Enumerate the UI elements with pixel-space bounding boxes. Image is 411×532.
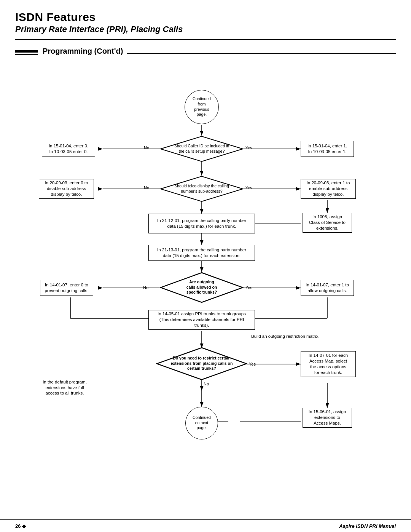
sub-addr-label: Should telco display the callingnumber's… [173,182,231,195]
bar-thick [15,50,38,53]
assign-ext-box: In 15-06-01, assignextensions toAccess M… [303,408,352,428]
yes-outgoing-box: In 14-01-07, enter 1 toallow outgoing ca… [301,280,354,296]
restrict-diamond: Do you need to restrict certainextension… [156,347,247,380]
yes-sub-addr-box: In 20-09-03, enter 1 toenable sub-addres… [301,179,356,199]
bar-thin [15,54,38,55]
page-subtitle: Primary Rate Interface (PRI), Placing Ca… [15,24,396,35]
prog-ext-text: In 21-13-01, program the calling party n… [157,247,246,259]
no-caller-id-box: In 15-01-04, enter 0.In 10-03-05 enter 0… [42,141,95,157]
footer-manual-title: Aspire ISDN PRI Manual [339,523,396,529]
cos-box: In 1005, assignClass of Service toextens… [303,213,352,233]
yes-caller-id-box: In 15-01-04, enter 1.In 10-03-05 enter 1… [301,141,354,157]
no-caller-id-text: In 15-01-04, enter 0.In 10-03-05 enter 0… [49,143,88,155]
caller-id-label: Should Caller ID be included inthe call'… [173,142,231,155]
continued-next-text: Continuedon nextpage. [193,415,211,431]
yes-restrict-text: In 14-07-01 for eachAccess Map, selectth… [309,353,348,375]
yes-caller-id-text: In 15-01-04, enter 1.In 10-03-05 enter 1… [307,143,347,155]
caller-id-no-label: No [144,145,149,150]
restrict-yes-label: Yes [249,361,256,367]
assign-pri-text: In 14-05-01 assign PRI trunks to trunk g… [158,311,246,328]
outgoing-diamond: Are outgoingcalls allowed onspecific tru… [160,272,244,303]
no-outgoing-box: In 14-01-07, enter 0 toprevent outgoing … [40,280,93,296]
continued-from-text: Continuedfrompreviouspage. [193,96,211,117]
continued-from-circle: Continuedfrompreviouspage. [185,90,219,124]
section-bars [15,50,38,55]
footer-page-number: 26 ◆ [15,523,26,529]
section-heading-wrap: Programming (Cont'd) [15,47,396,56]
yes-restrict-box: In 14-07-01 for eachAccess Map, selectth… [301,351,356,377]
outgoing-label: Are outgoingcalls allowed onspecific tru… [185,278,219,297]
continued-next-circle: Continuedon nextpage. [185,407,218,439]
prog-trunk-box: In 21-12-01, program the calling party n… [148,214,255,233]
prog-trunk-text: In 21-12-01, program the calling party n… [157,218,246,229]
yes-sub-addr-text: In 20-09-03, enter 1 toenable sub-addres… [307,180,350,197]
outgoing-yes-label: Yes [245,285,252,290]
page-header: ISDN Features Primary Rate Interface (PR… [0,0,411,35]
assign-pri-box: In 14-05-01 assign PRI trunks to trunk g… [148,310,255,330]
yes-outgoing-text: In 14-01-07, enter 1 toallow outgoing ca… [306,282,349,294]
restrict-no-label: No [204,381,209,387]
page-title: ISDN Features [15,11,396,23]
section-heading: Programming (Cont'd) [43,47,123,56]
sub-addr-yes-label: Yes [245,185,252,190]
caller-id-yes-label: Yes [245,145,252,150]
header-rule [15,39,396,40]
cos-text: In 1005, assignClass of Service toextens… [309,214,346,231]
outgoing-no-label: No [143,285,148,290]
default-program-text: In the default program,extensions have f… [34,379,95,396]
no-sub-addr-text: In 20-09-03, enter 0 todisable sub-addre… [45,180,88,197]
build-restriction-text: Build an outgoing restriction matrix. [251,334,320,339]
sub-addr-no-label: No [144,185,149,190]
restrict-label: Do you need to restrict certainextension… [169,354,234,373]
prog-ext-box: In 21-13-01, program the calling party n… [148,245,255,261]
no-sub-addr-box: In 20-09-03, enter 0 todisable sub-addre… [39,179,94,199]
default-program-label: In the default program,extensions have f… [43,380,87,396]
caller-id-diamond: Should Caller ID be included inthe call'… [160,136,244,162]
section-rule [127,53,396,54]
sub-addr-diamond: Should telco display the callingnumber's… [160,176,244,202]
page-footer: 26 ◆ Aspire ISDN PRI Manual [0,519,411,532]
assign-ext-text: In 15-06-01, assignextensions toAccess M… [309,409,346,426]
no-outgoing-text: In 14-01-07, enter 0 toprevent outgoing … [45,282,88,294]
flowchart-area: Continuedfrompreviouspage. Should Caller… [11,59,400,509]
